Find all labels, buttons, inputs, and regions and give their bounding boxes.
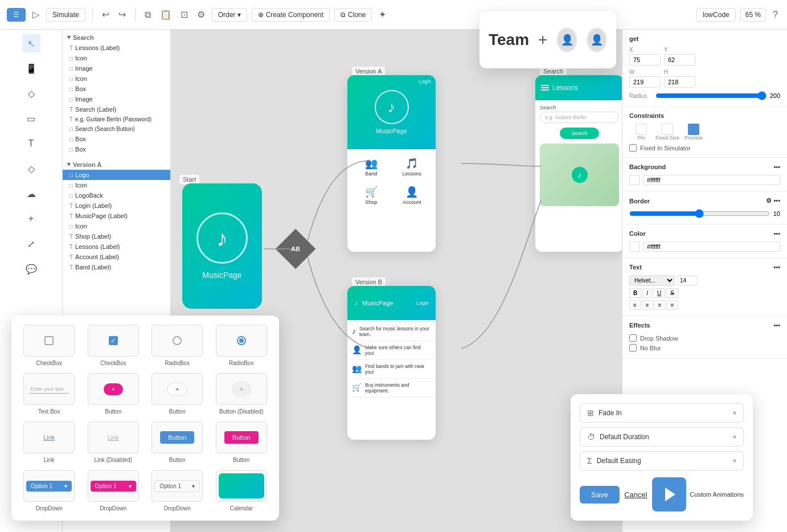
button-pink-sq-preview[interactable]: Button — [216, 421, 267, 453]
list-item-buy[interactable]: 🛒 Buy instruments and equipment. — [350, 379, 433, 398]
fade-in-row[interactable]: ⊞ Fade In ▾ — [580, 403, 744, 423]
create-component-btn[interactable]: ⊕ Create Component — [252, 8, 330, 22]
layer-guitare-pw[interactable]: Te.g. Guitare Berlin (Password) — [63, 114, 170, 124]
layer-logo[interactable]: □Logo — [63, 170, 170, 180]
save-animation-btn[interactable]: Save — [580, 486, 620, 504]
text-icon[interactable]: T — [22, 134, 40, 153]
comment-icon[interactable]: 💬 — [22, 260, 40, 278]
layer-box1[interactable]: □Box — [63, 84, 170, 94]
layer-musicpage-label[interactable]: TMusicPage (Label) — [63, 211, 170, 221]
layer-box3[interactable]: □Box — [63, 144, 170, 154]
fixed-sim-checkbox[interactable] — [629, 144, 637, 152]
effects-more-icon[interactable]: ••• — [773, 322, 780, 329]
help-icon[interactable]: ? — [770, 7, 780, 22]
phone-grid-shop[interactable]: 🛒 Shop — [352, 182, 391, 208]
bg-color-input[interactable] — [643, 175, 780, 185]
order-btn[interactable]: Order ▾ — [212, 8, 247, 22]
resize-icon[interactable]: ⤢ — [22, 235, 40, 253]
font-size-input[interactable] — [677, 276, 698, 285]
layer-box2[interactable]: □Box — [63, 134, 170, 144]
layer-shop-label[interactable]: TShop (Label) — [63, 231, 170, 242]
checkbox-unchecked-preview[interactable] — [23, 325, 75, 357]
border-slider[interactable] — [629, 209, 770, 218]
background-more-icon[interactable]: ••• — [773, 163, 780, 170]
avatar-1[interactable]: 👤 — [556, 27, 577, 52]
h-input[interactable] — [664, 76, 695, 88]
undo-icon[interactable]: ↩ — [100, 7, 112, 22]
strikethrough-btn[interactable]: S — [666, 288, 678, 298]
layer-icon1[interactable]: □Icon — [63, 53, 170, 63]
phone-b-login[interactable]: Login — [416, 300, 429, 306]
dropdown-pink-el[interactable]: Option 1 ▾ — [91, 481, 136, 492]
constraint-fixed[interactable]: Fixed Size — [655, 124, 679, 141]
x-input[interactable] — [629, 54, 661, 66]
color-input[interactable] — [643, 242, 780, 252]
layer-icon2[interactable]: □Icon — [63, 73, 170, 84]
layer-icon3[interactable]: □Icon — [63, 180, 170, 190]
custom-animations-btn[interactable]: Custom Animations — [652, 477, 744, 511]
phone-a-login[interactable]: Login — [419, 79, 431, 84]
easing-row[interactable]: Σ Default Easing ▾ — [580, 451, 744, 470]
text-more-icon[interactable]: ••• — [773, 264, 780, 271]
phone-grid-account[interactable]: 👤 Account — [393, 182, 432, 208]
settings-icon[interactable]: ⚙ — [195, 7, 207, 22]
layer-search-label[interactable]: TSearch (Label) — [63, 104, 170, 114]
layer-lessons-label[interactable]: TLessons (Label) — [63, 43, 170, 53]
drop-shadow-checkbox[interactable] — [629, 334, 637, 342]
outline-button[interactable]: + — [167, 383, 187, 396]
layer-logoback[interactable]: □LogoBack — [63, 190, 170, 200]
italic-btn[interactable]: I — [642, 288, 652, 298]
layer-lessons-label2[interactable]: TLessons (Label) — [63, 242, 170, 252]
calendar-preview[interactable] — [216, 470, 267, 502]
search-phone[interactable]: Lessons Search e.g. Guitare Berlin Searc… — [535, 75, 622, 252]
dropdown-outline-preview[interactable]: Option 1 ▾ — [151, 470, 203, 502]
phone-grid-band[interactable]: 👥 Band — [352, 154, 391, 180]
pink-sq-button[interactable]: Button — [224, 431, 259, 444]
fixed-box[interactable] — [662, 124, 673, 135]
layer-account-label[interactable]: TAccount (Label) — [63, 252, 170, 262]
checkbox-checked-preview[interactable]: ✓ — [88, 325, 139, 357]
button-pink-preview[interactable]: + — [88, 373, 139, 405]
lowcode-btn[interactable]: lowCode — [696, 8, 736, 22]
align-left-btn[interactable]: ≡ — [629, 300, 641, 310]
team-add-icon[interactable]: + — [538, 31, 547, 49]
search-phone-btn[interactable]: Search — [560, 128, 599, 139]
select-tool-icon[interactable]: ↖ — [22, 34, 40, 52]
search-input-fake[interactable]: e.g. Guitare Berlin — [540, 112, 619, 123]
font-family-select[interactable]: Helvet... — [629, 275, 675, 286]
diamond-icon[interactable]: ◇ — [22, 159, 40, 178]
bold-btn[interactable]: B — [629, 288, 641, 298]
duration-row[interactable]: ⏱ Default Duration ▾ — [580, 427, 744, 447]
align-center-btn[interactable]: ≡ — [642, 300, 653, 310]
phone-icon[interactable]: 📱 — [22, 59, 40, 77]
link-preview[interactable]: Link — [23, 421, 75, 453]
dropdown-blue-el[interactable]: Option 1 ▾ — [26, 481, 72, 492]
link-element[interactable]: Link — [43, 434, 55, 441]
button-blue-sq-preview[interactable]: Button — [151, 421, 203, 453]
redo-icon[interactable]: ↪ — [116, 7, 128, 22]
pink-button[interactable]: + — [104, 383, 123, 395]
calendar-element[interactable] — [219, 473, 264, 498]
bg-color-swatch[interactable] — [629, 175, 640, 185]
border-settings-icon[interactable]: ⚙ ••• — [766, 197, 780, 204]
list-item-search[interactable]: ♪ Search for music lessons in your town. — [350, 322, 433, 341]
underline-btn[interactable]: U — [653, 288, 665, 298]
clone-btn[interactable]: ⧉ Clone — [334, 8, 372, 22]
cloud-icon[interactable]: ☁ — [22, 185, 40, 203]
dropdown-outline-el[interactable]: Option 1 ▾ — [154, 480, 200, 492]
radio-checked-preview[interactable] — [216, 325, 267, 357]
preview-box[interactable] — [688, 124, 699, 135]
color-swatch[interactable] — [629, 242, 640, 252]
cancel-animation-btn[interactable]: Cancel — [624, 490, 647, 499]
pin-box[interactable] — [636, 124, 647, 135]
list-item-find[interactable]: 👤 Make sure others can find you! — [350, 341, 433, 360]
layer-image1[interactable]: □Image — [63, 63, 170, 73]
blue-sq-button[interactable]: Button — [160, 431, 194, 444]
radius-slider[interactable] — [655, 91, 766, 100]
dropdown-pink-preview[interactable]: Option 1 ▾ — [88, 470, 139, 502]
copy-icon[interactable]: ⧉ — [142, 7, 153, 22]
frame-icon[interactable]: ⊡ — [178, 7, 190, 22]
layer-icon4[interactable]: □Icon — [63, 221, 170, 231]
dropdown-blue-preview[interactable]: Option 1 ▾ — [23, 470, 75, 502]
hamburger-menu-btn[interactable]: ☰ — [7, 8, 26, 22]
